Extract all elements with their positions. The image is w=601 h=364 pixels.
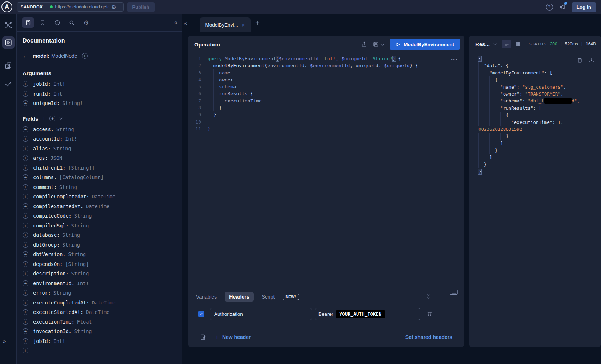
field-row[interactable]: + executeStartedAt: DateTime <box>17 307 182 317</box>
add-all-fields-button[interactable]: + <box>49 116 55 121</box>
expand-rail-icon[interactable]: » <box>3 338 6 345</box>
argument-row[interactable]: + jobId: Int! <box>17 79 182 89</box>
set-shared-headers-link[interactable]: Set shared headers <box>405 334 452 340</box>
new-tab-icon[interactable]: + <box>255 19 260 27</box>
field-row[interactable]: + error: String <box>17 288 182 298</box>
collapse-left-icon[interactable]: « <box>184 20 187 27</box>
field-row[interactable]: + invocationId: String <box>17 327 182 336</box>
add-field-button[interactable]: + <box>23 338 28 344</box>
field-row[interactable]: + compileStartedAt: DateTime <box>17 202 182 211</box>
history-tab-icon[interactable] <box>51 17 63 28</box>
field-row[interactable]: + comment: String <box>17 182 182 192</box>
tab-headers[interactable]: Headers <box>225 292 253 302</box>
settings-gear-icon[interactable]: ⚙ <box>80 17 92 28</box>
editor-menu-icon[interactable]: ••• <box>451 57 458 64</box>
save-icon[interactable] <box>373 41 384 48</box>
help-icon[interactable]: ? <box>546 4 553 11</box>
field-row[interactable]: + compiledCode: String <box>17 211 182 221</box>
add-field-button[interactable]: + <box>23 155 28 161</box>
field-row[interactable]: + compileCompletedAt: DateTime <box>17 192 182 202</box>
tree-view-icon[interactable] <box>502 40 511 48</box>
argument-row[interactable]: + runId: Int <box>17 89 182 99</box>
back-arrow-icon[interactable]: ← <box>23 53 28 59</box>
field-row[interactable]: + dbtGroup: String <box>17 240 182 250</box>
add-field-button[interactable]: + <box>23 251 28 257</box>
add-field-button[interactable]: + <box>23 300 28 306</box>
add-field-button[interactable]: + <box>23 184 28 190</box>
sort-fields-icon[interactable]: ↓ <box>43 116 45 121</box>
header-key-input[interactable] <box>210 308 312 320</box>
add-argument-button[interactable]: + <box>23 100 28 106</box>
documentation-tab-icon[interactable] <box>22 17 34 28</box>
field-row[interactable]: + columns: [CatalogColumn] <box>17 173 182 182</box>
field-row[interactable]: + dbtVersion: String <box>17 250 182 259</box>
search-icon[interactable] <box>65 17 78 28</box>
field-row[interactable]: + executeCompletedAt: DateTime <box>17 298 182 308</box>
breadcrumb-type[interactable]: ModelNode <box>51 53 77 59</box>
tab-script[interactable]: Script <box>262 294 275 300</box>
run-operation-button[interactable]: ModelByEnvironment <box>390 39 460 50</box>
add-field-button[interactable]: + <box>23 348 28 353</box>
nav-operations-icon[interactable] <box>2 60 15 72</box>
add-field-button[interactable]: + <box>23 213 28 219</box>
add-field-button[interactable]: + <box>23 328 28 334</box>
field-row[interactable]: + access: String <box>17 125 182 134</box>
add-field-button[interactable]: + <box>23 232 28 238</box>
header-value-input[interactable]: Bearer YOUR_AUTH_TOKEN <box>315 308 420 320</box>
add-argument-button[interactable]: + <box>23 91 28 97</box>
field-row[interactable]: + args: JSON <box>17 153 182 163</box>
operation-tab[interactable]: ModelByEnvi... × <box>200 17 251 32</box>
add-argument-button[interactable]: + <box>23 81 28 87</box>
share-icon[interactable] <box>361 41 368 48</box>
close-tab-icon[interactable]: × <box>242 22 245 28</box>
nav-schema-icon[interactable] <box>2 19 15 31</box>
field-row-partial[interactable]: + <box>17 346 182 356</box>
add-field-button[interactable]: + <box>23 271 28 276</box>
add-field-button[interactable]: + <box>23 165 28 171</box>
response-json[interactable]: { "data": { "modelByEnvironment": [ { "n… <box>469 52 601 175</box>
field-row[interactable]: + database: String <box>17 230 182 240</box>
nav-checks-icon[interactable] <box>2 78 15 90</box>
collapse-request-section-icon[interactable] <box>428 293 430 298</box>
delete-header-icon[interactable] <box>426 311 433 317</box>
connection-settings-icon[interactable]: ⚙ <box>112 4 116 10</box>
add-field-button[interactable]: + <box>23 280 28 286</box>
add-field-button[interactable]: + <box>23 261 28 267</box>
field-row[interactable]: + accountId: Int! <box>17 134 182 144</box>
add-field-button[interactable]: + <box>23 146 28 151</box>
response-dropdown-chevron-icon[interactable] <box>493 41 497 45</box>
add-type-button[interactable]: + <box>82 53 88 59</box>
add-field-button[interactable]: + <box>23 319 28 325</box>
add-field-button[interactable]: + <box>23 136 28 142</box>
add-field-button[interactable]: + <box>23 223 28 228</box>
endpoint-url-input[interactable]: https://metadata.cloud.getd ⚙ <box>47 4 123 10</box>
field-row[interactable]: + jobId: Int! <box>17 336 182 346</box>
edit-headers-json-icon[interactable] <box>200 334 207 340</box>
announcements-icon[interactable] <box>559 3 566 11</box>
field-row[interactable]: + executionTime: Float <box>17 317 182 327</box>
chevron-down-icon[interactable] <box>59 116 63 120</box>
add-field-button[interactable]: + <box>23 174 28 180</box>
add-field-button[interactable]: + <box>23 309 28 315</box>
apollo-logo[interactable]: A <box>1 1 12 12</box>
table-view-icon[interactable] <box>515 41 521 47</box>
field-row[interactable]: + dependsOn: [String] <box>17 259 182 269</box>
keyboard-shortcuts-icon[interactable] <box>450 289 458 295</box>
add-field-button[interactable]: + <box>23 203 28 209</box>
field-row[interactable]: + compiledSql: String <box>17 221 182 231</box>
publish-button[interactable]: Publish <box>127 2 155 12</box>
login-button[interactable]: Log in <box>572 2 596 12</box>
add-field-button[interactable]: + <box>23 290 28 296</box>
bookmarks-tab-icon[interactable] <box>36 17 49 28</box>
add-field-button[interactable]: + <box>23 242 28 248</box>
new-header-button[interactable]: + New header <box>215 333 251 341</box>
add-field-button[interactable]: + <box>23 194 28 199</box>
field-row[interactable]: + childrenL1: [String!] <box>17 163 182 173</box>
field-row[interactable]: + description: String <box>17 269 182 279</box>
collapse-doc-panel-icon[interactable]: « <box>174 19 177 26</box>
nav-explorer-icon[interactable] <box>2 36 15 49</box>
field-row[interactable]: + environmentId: Int! <box>17 279 182 288</box>
tab-variables[interactable]: Variables <box>196 294 217 300</box>
field-row[interactable]: + alias: String <box>17 144 182 154</box>
save-options-chevron-icon[interactable] <box>381 42 385 46</box>
